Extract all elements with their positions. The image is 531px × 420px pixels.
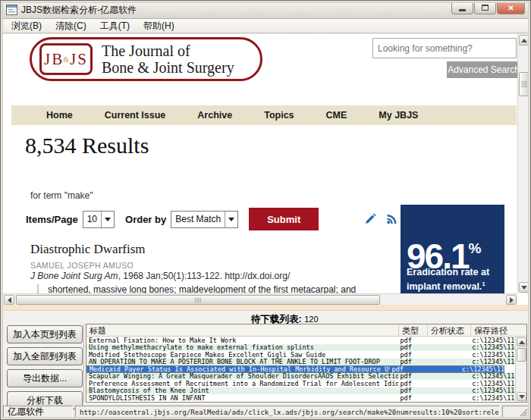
cell-type: pdf [398,358,427,365]
nav-item-home[interactable]: Home [46,110,73,121]
cell-path: c:\12345\111\ [470,337,515,344]
submit-button[interactable]: Submit [249,208,319,230]
arrow-up-icon [521,39,527,42]
table-row[interactable]: Preference Assessment of Recruitment int… [86,380,515,387]
table-row[interactable]: Scapular Winging: A Great Masquerader of… [86,373,515,381]
menu-item-b[interactable]: 浏览(B) [5,18,49,34]
menu-item-h[interactable]: 帮助(H) [137,18,181,34]
cell-path: c:\12345\111\ [460,365,504,373]
logo-badge-text2: JS [70,50,88,69]
close-button[interactable]: ✕ [497,2,525,14]
menu-item-c[interactable]: 清除(C) [49,18,93,34]
cell-title: Preference Assessment of Recruitment int… [86,380,398,387]
advanced-search-button[interactable]: Advanced Search [447,61,520,78]
minimize-button[interactable] [451,2,473,14]
order-by-label: Order by [125,214,166,225]
search-term-line: for term "make" [30,190,93,201]
table-row[interactable]: Blastomycosis of the Knee Jointpdfc:\123… [86,387,515,395]
items-page-select[interactable]: 10 [83,211,115,228]
cell-title: Medicaid Payer Status Is Associated with… [87,365,390,373]
cell-path: c:\12345\111\ [470,358,515,365]
menu-item-t[interactable]: 工具(T) [93,18,137,34]
chevron-down-icon [101,212,114,227]
search-input[interactable] [372,38,517,58]
column-header-title[interactable]: 标题 [86,324,399,336]
arrow-down-icon [521,286,527,290]
table-row[interactable]: Modified Stethoscope Earpiece Makes Exce… [86,351,515,359]
table-row[interactable]: Using methylmethacrylate to make externa… [86,344,515,352]
menu-bar: 浏览(B)清除(C)工具(T)帮助(H) [2,19,529,33]
cell-type: pdf [398,337,427,344]
cell-title: Scapular Winging: A Great Masquerader of… [86,372,398,380]
table-scroll-down-button[interactable] [517,392,526,401]
add-current-page-button[interactable]: 加入本页到列表 [7,325,83,343]
table-row[interactable]: Medicaid Payer Status Is Associated with… [86,365,504,373]
arrow-down-icon [519,395,525,399]
column-header-path[interactable]: 保存路径 [471,324,515,336]
pending-count: 120 [304,315,318,324]
nav-item-cme[interactable]: CME [326,110,347,121]
results-controls: Items/Page 10 Order by Best Match Submit [26,207,398,231]
cell-title: Using methylmethacrylate to make externa… [86,343,398,351]
order-by-select[interactable]: Best Match [171,211,238,228]
download-panel: 待下载列表: 120 加入本页到列表加入全部到列表导出数据...分析下载 标题类… [3,311,529,404]
table-header-row: 标题类型分析状态保存路径 [86,324,526,337]
table-row[interactable]: AN OPERATION TO MAKE A POSTERIOR BONE BL… [86,359,515,366]
cell-path: c:\12345\111\ [470,380,515,387]
cell-title: Blastomycosis of the Knee Joint [86,387,398,394]
app-icon [6,5,17,15]
maximize-button[interactable] [474,2,496,14]
add-all-button[interactable]: 加入全部到列表 [7,347,83,365]
panel-divider [2,305,529,311]
column-header-status[interactable]: 分析状态 [428,324,471,336]
column-header-type[interactable]: 类型 [399,324,428,336]
cell-path: c:\12345\111\ [470,343,515,351]
table-scroll-up-button[interactable] [517,337,526,346]
resize-grip-icon [520,409,528,417]
rss-icon[interactable] [385,213,398,225]
scroll-down-button[interactable] [519,282,529,293]
ad-statistic: 96.1% [407,249,481,256]
ad-banner[interactable]: 96.1% Eradication rate at implant remova… [401,205,504,294]
horizontal-scroll-thumb[interactable] [16,295,380,305]
scroll-left-button[interactable] [4,295,14,305]
table-vertical-scrollbar[interactable] [515,337,526,402]
logo-badge-text: JB [44,50,64,69]
cell-title: SPONDYLOLISTHESIS IN AN INFANT [86,394,398,402]
cell-type: pdf [398,351,427,359]
resize-grip[interactable] [502,406,529,418]
article-author: SAMUEL JOSEPH AMUSO [30,261,134,270]
edit-pencil-icon[interactable] [364,213,376,225]
nav-item-topics[interactable]: Topics [264,110,294,121]
panel-splitter[interactable] [83,324,85,403]
cell-path: c:\12345\111\ [470,372,515,380]
browser-horizontal-scrollbar[interactable] [3,293,517,305]
panel-button-column: 加入本页到列表加入全部到列表导出数据...分析下载 [7,325,83,413]
cell-type: pdf [390,365,418,373]
cell-title: Modified Stethoscope Earpiece Makes Exce… [86,351,398,359]
nav-item-archive[interactable]: Archive [197,110,232,121]
chevron-down-icon [225,212,237,227]
cell-path: c:\12345\111\ [470,394,515,402]
article-title-link[interactable]: Diastrophic Dwarfism [30,242,146,257]
nav-item-current-issue[interactable]: Current Issue [105,110,166,121]
cell-path: c:\12345\111\ [470,387,515,394]
table-row[interactable]: SPONDYLOLISTHESIS IN AN INFANTpdfc:\1234… [86,394,515,402]
browser-vertical-scrollbar[interactable] [517,34,529,293]
scroll-up-button[interactable] [519,35,529,45]
title-bar[interactable]: JBJS数据检索分析-亿愿软件 ✕ [2,2,529,19]
table-row[interactable]: External Fixation: How to Make It Workpd… [86,337,515,344]
table-scroll-thumb[interactable] [517,348,526,362]
download-table: 标题类型分析状态保存路径 External Fixation: How to M… [86,324,527,403]
jbjs-logo: JB&JS The Journal of Bone & Joint Surger… [30,37,262,81]
vertical-scroll-thumb[interactable] [519,72,529,96]
cell-type: pdf [398,394,427,402]
export-data-button[interactable]: 导出数据... [7,369,83,387]
cell-path: c:\12345\111\ [470,351,515,359]
article-citation: J Bone Joint Surg Am, 1968 Jan;50(1):113… [30,271,290,281]
scroll-right-button[interactable] [506,295,517,305]
nav-item-my-jbjs[interactable]: My JBJS [379,110,418,121]
arrow-right-icon [510,297,514,303]
status-brand: 亿愿软件 [3,406,73,418]
cell-title: External Fixation: How to Make It Work [86,337,398,344]
